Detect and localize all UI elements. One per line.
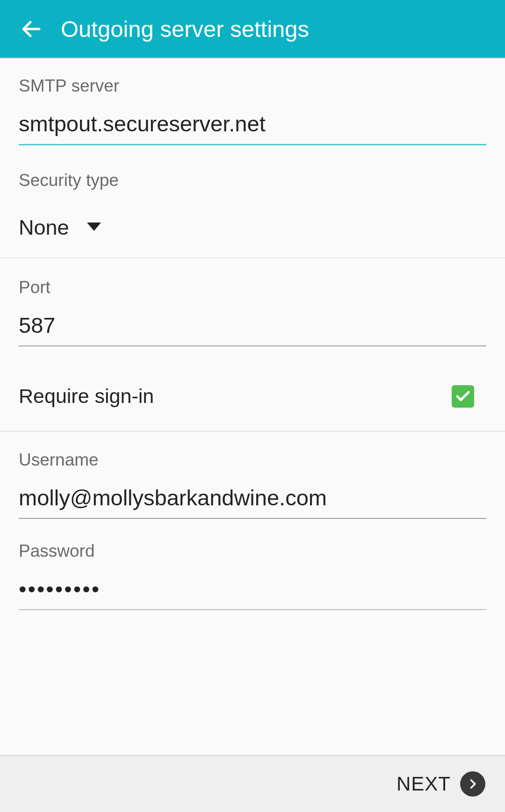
username-label: Username (19, 450, 486, 470)
page-title: Outgoing server settings (61, 16, 309, 42)
chevron-right-circle-icon (460, 771, 485, 797)
app-header: Outgoing server settings (0, 0, 505, 58)
security-type-label: Security type (0, 171, 505, 190)
dropdown-caret-icon (87, 223, 101, 233)
port-group: Port (0, 258, 505, 346)
smtp-server-input[interactable] (19, 111, 486, 145)
password-label: Password (19, 541, 486, 561)
security-type-dropdown[interactable]: None (0, 205, 505, 258)
username-input[interactable] (19, 485, 486, 519)
next-button-label: NEXT (397, 773, 451, 795)
smtp-server-group: SMTP server (0, 58, 505, 145)
require-signin-row[interactable]: Require sign-in (0, 361, 505, 431)
security-type-group: Security type None (0, 145, 505, 258)
form-content: SMTP server Security type None Port Requ… (0, 58, 505, 610)
svg-marker-1 (87, 223, 101, 231)
back-arrow-icon[interactable] (20, 17, 43, 41)
footer-bar: NEXT (0, 755, 505, 812)
password-group: Password (0, 519, 505, 610)
security-type-value: None (19, 216, 69, 240)
next-button[interactable]: NEXT (397, 771, 485, 797)
port-input[interactable] (19, 312, 486, 346)
password-input[interactable] (19, 576, 486, 610)
require-signin-checkbox[interactable] (452, 385, 474, 408)
require-signin-label: Require sign-in (19, 385, 154, 408)
username-group: Username (0, 431, 505, 519)
port-label: Port (19, 278, 486, 297)
smtp-server-label: SMTP server (19, 76, 486, 96)
